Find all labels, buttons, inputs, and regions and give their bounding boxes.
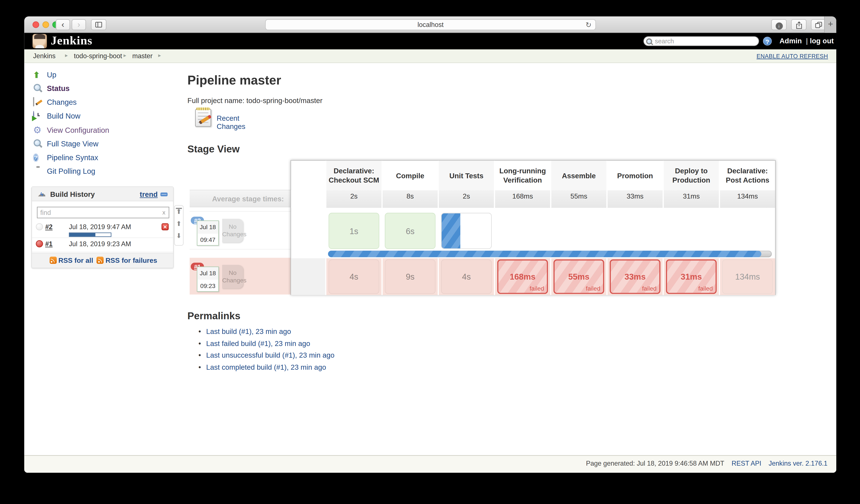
pipeline-progress-bar (328, 251, 772, 257)
stage-cell-empty (494, 212, 550, 250)
stage-cell-empty (719, 212, 775, 250)
close-window-button[interactable] (32, 21, 39, 28)
build-1-no-changes[interactable]: No Changes (222, 265, 243, 288)
desktop: ‹ › localhost ↻ ↓ (0, 0, 860, 504)
permalinks-title: Permalinks (187, 311, 241, 322)
browser-back-button[interactable]: ‹ (56, 19, 70, 30)
search-icon (646, 38, 653, 45)
stage-cell-failed[interactable]: 55msfailed (550, 258, 606, 295)
stage-cell-done[interactable]: 9s (382, 258, 438, 295)
search-help-icon[interactable]: ? (763, 37, 772, 45)
build-2-no-changes[interactable]: No Changes (222, 219, 243, 242)
breadcrumb-arrow-icon: ▸ (158, 52, 161, 58)
stage-header: Assemble (550, 161, 606, 190)
enable-auto-refresh-link[interactable]: ENABLE AUTO REFRESH (757, 53, 828, 59)
stage-view-table: Declarative: Checkout SCM Compile Unit T… (290, 160, 776, 295)
average-cell: 2s (325, 190, 382, 208)
stage-cell-failed[interactable]: 31msfailed (662, 258, 719, 295)
average-cell: 8s (382, 190, 438, 208)
permalink-item[interactable]: Last unsuccessful build (#1), 23 min ago (187, 351, 334, 359)
rest-api-link[interactable]: REST API (732, 460, 761, 467)
stage-cell-failed[interactable]: 33msfailed (606, 258, 662, 295)
browser-titlebar: ‹ › localhost ↻ ↓ (24, 16, 836, 33)
stage-header: Compile (382, 161, 438, 190)
reload-icon[interactable]: ↻ (586, 20, 592, 30)
share-button[interactable] (791, 19, 806, 30)
stage-header-row: Declarative: Checkout SCM Compile Unit T… (291, 161, 775, 190)
user-link[interactable]: Admin (779, 37, 802, 45)
page-generated-text: Page generated: Jul 18, 2019 9:46:58 AM … (586, 460, 725, 467)
average-cell: 33ms (606, 190, 662, 208)
breadcrumb-project[interactable]: todo-spring-boot (74, 52, 122, 60)
stage-header: Declarative: Post Actions (719, 161, 775, 190)
permalinks-list: Last build (#1), 23 min ago Last failed … (187, 328, 334, 375)
stage-header: Declarative: Checkout SCM (325, 161, 382, 190)
running-stripes (442, 213, 460, 248)
full-project-name: Full project name: todo-spring-boot/mast… (187, 97, 322, 105)
permalink-item[interactable]: Last completed build (#1), 23 min ago (187, 363, 334, 371)
average-cell: 134ms (719, 190, 775, 208)
pipeline-progress-fill (328, 251, 761, 257)
stage-cell-empty (662, 212, 719, 250)
breadcrumb-branch[interactable]: master (132, 52, 153, 60)
stage-header: Unit Tests (438, 161, 494, 190)
jenkins-footer: Page generated: Jul 18, 2019 9:46:58 AM … (24, 455, 836, 473)
breadcrumb-jenkins[interactable]: Jenkins (33, 52, 55, 60)
stage-cell-empty (550, 212, 606, 250)
average-cell: 31ms (662, 190, 719, 208)
jenkins-brand[interactable]: Jenkins (51, 33, 92, 48)
stage-cell-success[interactable]: 1s (325, 212, 382, 250)
build-2-date[interactable]: Jul 18 09:47 (197, 220, 219, 246)
permalink-item[interactable]: Last failed build (#1), 23 min ago (187, 339, 334, 347)
breadcrumb-arrow-icon: ▸ (124, 52, 126, 58)
stage-view-title: Stage View (187, 144, 240, 155)
average-cell: 2s (438, 190, 494, 208)
jenkins-version-link[interactable]: Jenkins ver. 2.176.1 (769, 460, 828, 467)
address-bar[interactable]: localhost ↻ (265, 19, 596, 30)
sidebar-icon (95, 21, 103, 28)
stage-header: Deploy to Production (662, 161, 719, 190)
average-times-row: 2s 8s 2s 168ms 55ms 33ms 31ms 134ms (291, 190, 775, 208)
new-tab-button[interactable]: + (824, 16, 836, 33)
stage-cell-done[interactable]: 4s (325, 258, 382, 295)
tabs-icon (815, 21, 822, 28)
breadcrumb: Jenkins ▸ todo-spring-boot ▸ master ▸ EN… (24, 49, 836, 63)
stage-cell-dim[interactable]: 134ms (719, 258, 775, 295)
header-divider: | (806, 37, 808, 45)
sidebar-toggle-button[interactable] (91, 19, 106, 30)
browser-window: ‹ › localhost ↻ ↓ (24, 16, 836, 473)
url-text: localhost (417, 21, 444, 29)
search-input[interactable] (655, 37, 754, 45)
search-box[interactable] (643, 36, 759, 46)
jenkins-header: Jenkins ? Admin | log out (24, 33, 836, 49)
browser-forward-button[interactable]: › (72, 19, 86, 30)
share-icon (795, 21, 802, 29)
breadcrumb-arrow-icon: ▸ (65, 52, 68, 58)
stage-cell-running[interactable] (438, 212, 494, 250)
stage-header: Long-running Verification (494, 161, 550, 190)
main-area: Pipeline master Full project name: todo-… (24, 63, 836, 455)
build-1-stage-row: 4s 9s 4s 168msfailed 55msfailed 33msfail… (291, 258, 775, 295)
average-cell: 168ms (494, 190, 550, 208)
logout-link[interactable]: log out (810, 37, 834, 45)
build-2-stage-row: 1s 6s (291, 212, 775, 250)
stage-cell-done[interactable]: 4s (438, 258, 494, 295)
average-cell: 55ms (550, 190, 606, 208)
stage-header: Promotion (606, 161, 662, 190)
recent-changes-link[interactable]: Recent Changes (217, 114, 245, 130)
downloads-button[interactable]: ↓ (771, 19, 787, 30)
permalink-item[interactable]: Last build (#1), 23 min ago (187, 328, 334, 336)
build-1-date[interactable]: Jul 18 09:23 (197, 267, 219, 292)
jenkins-logo[interactable] (32, 34, 47, 48)
average-stage-times-label: Average stage times: (190, 195, 284, 203)
page-content: ⬆ Up Status Changes Build Now ⚙ View Con… (24, 63, 836, 455)
minimize-window-button[interactable] (42, 21, 49, 28)
stage-cell-failed[interactable]: 168msfailed (494, 258, 550, 295)
stage-cell-success[interactable]: 6s (382, 212, 438, 250)
page-title: Pipeline master (187, 73, 281, 88)
stage-cell-empty (606, 212, 662, 250)
download-icon: ↓ (775, 23, 783, 30)
